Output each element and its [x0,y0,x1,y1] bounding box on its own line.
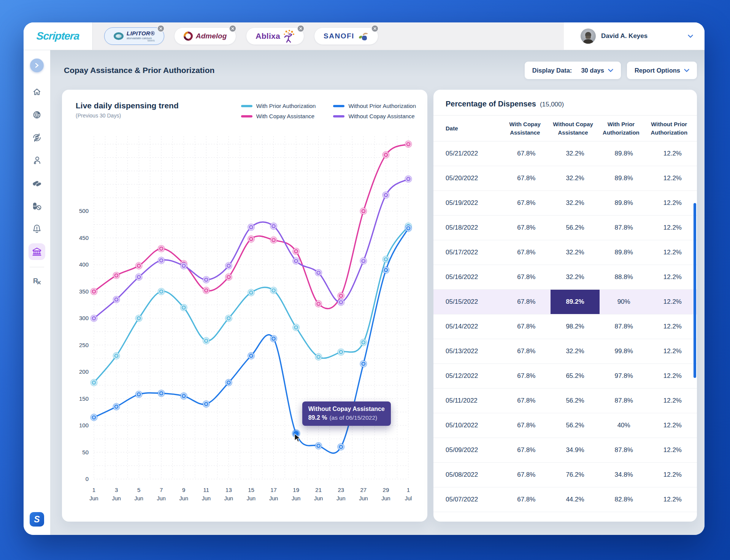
close-icon[interactable] [297,25,305,32]
sidebar-item-24h-service[interactable]: 24h [29,129,45,146]
svg-text:Jun: Jun [336,495,345,501]
rx-icon: R [32,276,42,286]
clinician-icon [32,156,41,165]
close-icon[interactable] [157,25,165,32]
sidebar-collapse-button[interactable] [30,59,44,72]
sidebar: 24h [24,50,50,535]
table-row[interactable]: 05/07/202267.8%44.2%82.8%12.2% [433,487,697,512]
cell-value: 12.2% [648,216,697,240]
sidebar-item-payers[interactable] [29,243,45,260]
svg-text:Jun: Jun [359,495,368,501]
cell-value: 34.8% [600,463,648,487]
svg-text:Jun: Jun [247,495,256,501]
svg-text:23: 23 [338,487,344,493]
sidebar-item-home[interactable] [29,84,45,100]
cell-value: 44% [600,512,648,522]
user-menu[interactable]: David A. Keyes [564,22,705,50]
svg-text:21: 21 [315,487,322,493]
sidebar-item-global[interactable] [29,106,45,123]
ablixa-label: Ablixa [256,32,280,41]
col-with-copay: With Copay Assistance [501,120,549,137]
chart-subtitle: (Previous 30 Days) [76,113,179,119]
cell-value: 12.2% [648,389,697,413]
alert-bell-icon [32,224,41,234]
svg-text:Jun: Jun [202,495,211,501]
chevron-down-icon [608,69,613,72]
table-row[interactable]: 05/18/202267.8%56.2%87.8%12.2% [433,216,697,240]
tab-ablixa[interactable]: Ablixa [246,27,304,45]
cell-value: 67.8% [502,463,551,487]
svg-text:1: 1 [407,487,410,493]
sidebar-item-alerts[interactable] [29,221,45,237]
table-row[interactable]: 05/10/202267.8%56.2%40%12.2% [433,413,697,438]
cell-value: 67.8% [502,487,551,512]
table-row[interactable]: 05/17/202267.8%32.2%89.8%12.2% [433,240,697,265]
legend-swatch-icon [241,115,252,117]
sidebar-item-clinician[interactable] [29,152,45,169]
tab-lipitor[interactable]: LIPITOR® atorvastatin calcium tablets [104,27,164,45]
lipitor-label: LIPITOR® [127,30,155,36]
legend-label: Without Prior Authorization [348,103,416,109]
sidebar-item-restricted-meds[interactable] [29,198,45,214]
cell-value: 12.2% [648,364,697,388]
svg-text:27: 27 [360,487,367,493]
svg-text:3: 3 [115,487,118,493]
report-options-dropdown[interactable]: Report Options [627,62,697,79]
sidebar-item-medications[interactable] [29,175,45,192]
svg-text:5: 5 [137,487,140,493]
legend-item: With Prior Authorization [241,103,316,109]
close-icon[interactable] [229,25,236,32]
table-row[interactable]: 05/08/202267.8%76.2%34.8%12.2% [433,463,697,487]
cell-value: 65.2% [551,364,599,388]
tab-sanofi[interactable]: SANOFI [314,27,378,45]
col-without-copay: Without Copay Assistance [549,120,597,137]
table-row[interactable]: 05/20/202267.8%32.2%89.8%12.2% [433,166,697,191]
cell-value: 32.2% [551,240,599,265]
display-data-value: 30 days [581,67,604,74]
cell-value: 76.2% [551,463,599,487]
cell-value: 32.2% [551,141,599,166]
bank-icon [32,247,42,257]
cell-value: 67.8% [502,314,551,339]
table-scrollbar[interactable] [694,203,696,378]
svg-text:150: 150 [79,395,89,402]
sanofi-logo-icon [357,30,369,42]
cell-value: 12.2% [648,463,697,487]
cell-value: 12.2% [648,191,697,215]
table-row[interactable]: 05/15/202267.8%89.2%90%12.2% [433,290,697,314]
table-row[interactable]: 05/21/202267.8%32.2%89.8%12.2% [433,141,697,166]
table-row[interactable]: 05/14/202267.8%98.2%87.8%12.2% [433,314,697,339]
table-row[interactable]: 05/19/202267.8%32.2%89.8%12.2% [433,191,697,216]
table-row[interactable]: 05/12/202267.8%65.2%97.8%12.2% [433,364,697,389]
legend-swatch-icon [241,105,252,107]
tooltip-value: 89.2 % [308,414,327,421]
sidebar-item-prescriptions[interactable]: R [29,273,45,289]
cell-value: 67.8% [502,290,551,314]
col-date: Date [433,124,501,133]
svg-text:50: 50 [82,449,89,455]
display-data-dropdown[interactable]: Display Data: 30 days [525,62,621,79]
tab-admelog[interactable]: Admelog [174,27,236,45]
table-row[interactable]: 05/11/202267.8%56.2%87.8%12.2% [433,389,697,413]
svg-text:450: 450 [79,235,89,241]
pill-restriction-icon [32,201,42,211]
table-row[interactable]: 05/16/202267.8%32.2%88.8%12.2% [433,265,697,290]
cell-value: 67.8% [502,438,551,462]
table-row[interactable]: 05/09/202267.8%34.9%87.8%12.2% [433,438,697,463]
mouse-cursor-icon [294,433,302,443]
svg-text:1: 1 [92,487,95,493]
col-without-prior: Without Prior Authorization [645,120,693,137]
globe-icon [32,110,41,119]
display-data-label: Display Data: [532,67,572,74]
cell-date: 05/06/2022 [433,512,502,522]
close-icon[interactable] [371,25,379,32]
table-row[interactable]: 05/06/202267.8%73.2%44%12.2% [433,512,697,522]
table-row[interactable]: 05/13/202267.8%32.2%99.8%12.2% [433,339,697,364]
ablixa-logo-icon [283,30,295,43]
table-rows: 05/21/202267.8%32.2%89.8%12.2%05/20/2022… [433,141,697,522]
cell-date: 05/20/2022 [433,166,502,190]
lipitor-logo-icon [114,32,124,40]
cell-value: 67.8% [502,216,551,240]
cell-date: 05/14/2022 [433,314,502,339]
legend-label: With Prior Authorization [256,103,316,109]
